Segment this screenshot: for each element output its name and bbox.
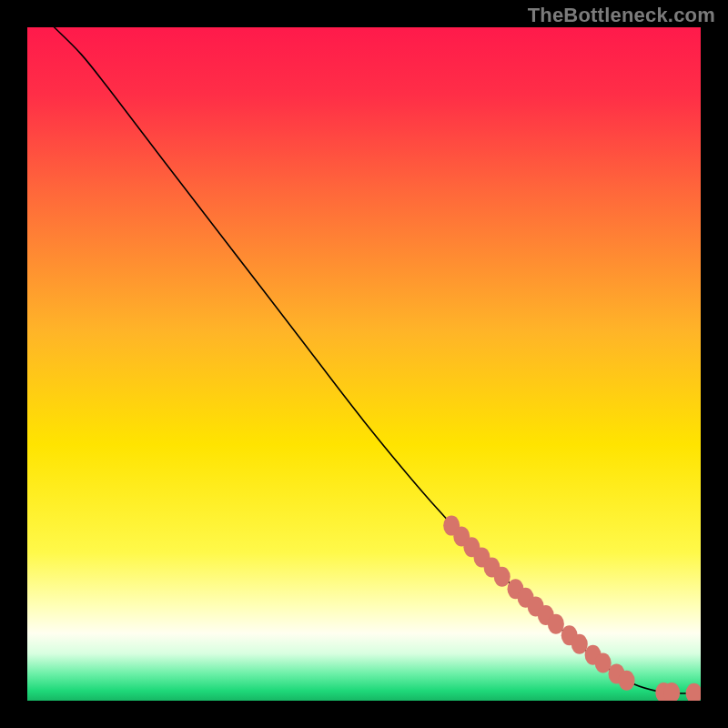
data-marker [619, 671, 635, 691]
watermark-text: TheBottleneck.com [528, 4, 715, 27]
data-marker [571, 634, 588, 654]
data-marker [595, 653, 612, 673]
data-marker [494, 567, 511, 587]
data-marker [548, 614, 564, 634]
chart-plot [27, 27, 701, 701]
heat-background [27, 27, 701, 701]
chart-frame: TheBottleneck.com [0, 0, 728, 728]
